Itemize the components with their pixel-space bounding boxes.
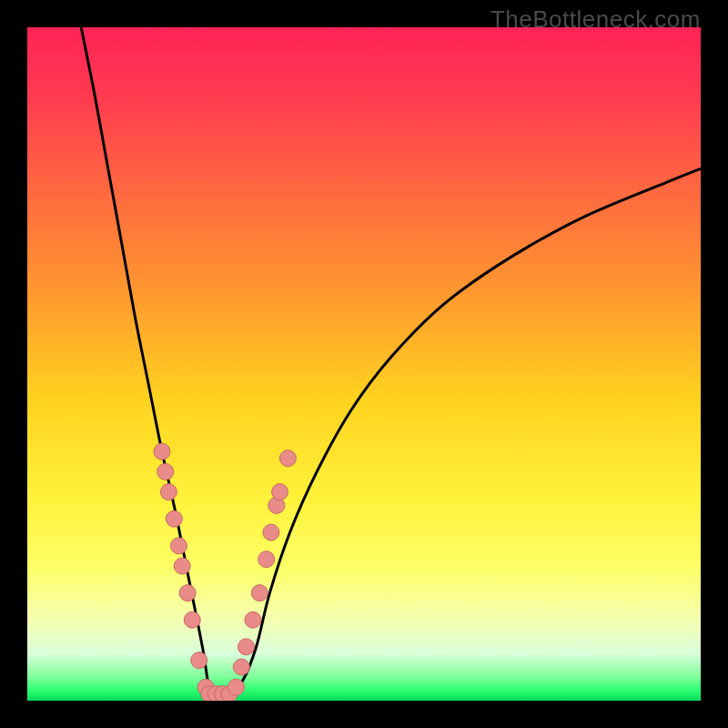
highlight-dot: [166, 511, 182, 527]
bottleneck-curve: [81, 27, 701, 695]
highlight-dot: [154, 443, 170, 460]
highlight-dot: [238, 639, 255, 655]
highlight-dot: [251, 585, 268, 602]
highlight-dot: [174, 558, 190, 574]
highlight-dot: [279, 450, 296, 467]
highlight-dot: [160, 484, 177, 500]
highlight-dot: [228, 679, 244, 695]
plot-area: [27, 27, 701, 701]
highlight-dot: [157, 463, 174, 480]
highlight-dot: [179, 585, 196, 602]
curve-layer: [27, 27, 701, 701]
highlight-dot: [184, 612, 200, 628]
chart-frame: TheBottleneck.com: [0, 0, 728, 728]
highlight-dot: [191, 652, 207, 669]
highlight-dot: [245, 612, 261, 628]
highlight-dot: [272, 484, 288, 500]
highlight-dot: [263, 524, 279, 541]
highlight-dot: [171, 538, 187, 554]
watermark-text: TheBottleneck.com: [490, 5, 701, 34]
highlight-dot: [233, 659, 249, 675]
highlight-dot: [258, 551, 275, 568]
